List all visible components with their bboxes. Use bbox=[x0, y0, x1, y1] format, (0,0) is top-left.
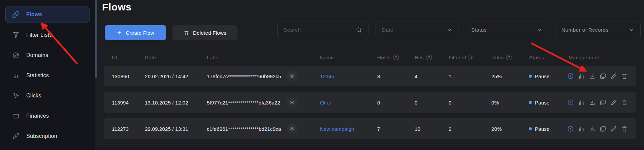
chevron-down-icon bbox=[537, 27, 542, 33]
status-badge: Pause bbox=[529, 73, 550, 79]
flow-name-link[interactable]: Offer bbox=[320, 99, 331, 105]
funnel-icon bbox=[12, 31, 20, 39]
rocket-icon bbox=[12, 132, 20, 140]
cell-id: 112273 bbox=[112, 126, 129, 131]
link-icon bbox=[12, 11, 20, 18]
cell-id: 113994 bbox=[112, 99, 129, 105]
flow-name-link[interactable]: 12345 bbox=[320, 73, 334, 79]
create-flow-button[interactable]: Create Flow bbox=[105, 25, 166, 40]
play-icon[interactable] bbox=[567, 125, 574, 132]
column-header-management: Management bbox=[569, 53, 599, 62]
cell-hits: 4 bbox=[415, 73, 418, 79]
status-badge: Pause bbox=[529, 126, 550, 131]
search-icon[interactable] bbox=[356, 27, 362, 33]
download-icon[interactable] bbox=[589, 99, 595, 106]
cell-date: 29.09.2025 / 13:31 bbox=[145, 126, 188, 131]
sidebar-item-clicks[interactable]: Clicks bbox=[0, 87, 95, 104]
cell-date: 20.02.2026 / 14:42 bbox=[145, 73, 188, 79]
management-actions bbox=[567, 73, 628, 80]
edit-icon[interactable] bbox=[610, 125, 617, 132]
number-of-records-dropdown[interactable]: Number of Records bbox=[555, 22, 641, 38]
table-header: ID Date Label Name Hosts ? Hits ? Filter… bbox=[104, 53, 636, 62]
status-label: Pause bbox=[535, 126, 550, 131]
help-icon[interactable]: ? bbox=[506, 55, 512, 60]
column-header-date: Date bbox=[145, 53, 156, 62]
deleted-flows-label: Deleted Flows bbox=[193, 30, 226, 36]
cell-hosts: 0 bbox=[377, 99, 380, 105]
table-row: 112273 29.09.2025 / 13:31 c1fe6961******… bbox=[104, 118, 636, 139]
deleted-flows-button[interactable]: Deleted Flows bbox=[172, 25, 237, 40]
bar-chart-icon bbox=[12, 72, 20, 79]
status-badge: Pause bbox=[529, 99, 550, 105]
download-icon[interactable] bbox=[589, 73, 595, 80]
sidebar-item-label: Filter Lists bbox=[26, 32, 52, 38]
column-header-filtered: Filtered ? bbox=[449, 53, 474, 62]
management-actions bbox=[567, 125, 628, 132]
sidebar-item-finances[interactable]: Finances bbox=[0, 108, 95, 124]
reveal-label-button[interactable] bbox=[287, 71, 297, 82]
sidebar-scrollbar[interactable] bbox=[95, 0, 97, 78]
help-icon[interactable]: ? bbox=[393, 55, 399, 60]
management-actions bbox=[567, 99, 628, 106]
help-icon[interactable]: ? bbox=[469, 55, 474, 60]
trash-icon[interactable] bbox=[621, 73, 628, 80]
sidebar-item-label: Subscription bbox=[26, 133, 57, 139]
play-icon[interactable] bbox=[567, 73, 574, 80]
status-dot-icon bbox=[529, 127, 532, 130]
number-of-records-label: Number of Records bbox=[561, 27, 629, 33]
statistics-icon[interactable] bbox=[578, 99, 585, 106]
statistics-icon[interactable] bbox=[578, 73, 585, 80]
column-header-label: Label bbox=[207, 53, 220, 62]
reveal-label-button[interactable] bbox=[287, 97, 297, 108]
sidebar-item-statistics[interactable]: Statistics bbox=[0, 67, 95, 84]
table-row: 130860 20.02.2026 / 14:42 17efcb7c******… bbox=[104, 66, 636, 86]
copy-icon[interactable] bbox=[600, 73, 606, 80]
copy-icon[interactable] bbox=[600, 125, 606, 132]
page-title: Flows bbox=[102, 1, 132, 13]
cursor-icon bbox=[12, 92, 20, 99]
column-header-hosts: Hosts ? bbox=[377, 53, 399, 62]
cell-id: 130860 bbox=[112, 73, 129, 79]
sidebar-item-filter-lists[interactable]: Filter Lists bbox=[0, 27, 95, 43]
statistics-icon[interactable] bbox=[578, 125, 585, 132]
flow-name-link[interactable]: New campaign bbox=[320, 126, 354, 131]
cell-hosts: 7 bbox=[377, 126, 380, 131]
status-filter-dropdown[interactable]: Status bbox=[465, 22, 548, 38]
status-filter-label: Status bbox=[471, 27, 537, 33]
cell-ratio: 25% bbox=[491, 73, 502, 79]
chevron-down-icon bbox=[629, 27, 634, 33]
sidebar-item-label: Clicks bbox=[26, 93, 41, 99]
trash-icon[interactable] bbox=[621, 125, 628, 132]
cell-ratio: 0% bbox=[491, 99, 499, 105]
cell-filtered: 0 bbox=[449, 99, 452, 105]
search-box[interactable] bbox=[277, 22, 368, 38]
date-filter-dropdown[interactable]: Date bbox=[376, 22, 458, 38]
trash-icon bbox=[184, 30, 189, 36]
credit-card-icon bbox=[12, 112, 20, 120]
cell-label: c1fe6961***************bd21c9ca bbox=[207, 126, 281, 131]
sidebar-item-flows[interactable]: Flows bbox=[5, 6, 90, 23]
sidebar-item-label: Domains bbox=[26, 52, 48, 58]
cell-hosts: 3 bbox=[377, 73, 380, 79]
copy-icon[interactable] bbox=[600, 99, 606, 106]
column-header-hits: Hits ? bbox=[415, 53, 432, 62]
sidebar-item-subscription[interactable]: Subscription bbox=[0, 128, 95, 145]
sidebar-item-label: Finances bbox=[26, 113, 49, 119]
cell-hits: 10 bbox=[415, 126, 420, 131]
edit-icon[interactable] bbox=[610, 73, 617, 80]
status-label: Pause bbox=[535, 73, 550, 79]
edit-icon[interactable] bbox=[610, 99, 617, 106]
eye-icon bbox=[289, 73, 295, 79]
search-input[interactable] bbox=[284, 27, 356, 33]
cell-hits: 0 bbox=[415, 99, 418, 105]
cell-filtered: 2 bbox=[449, 126, 452, 131]
reveal-label-button[interactable] bbox=[287, 123, 297, 134]
help-icon[interactable]: ? bbox=[426, 55, 432, 60]
download-icon[interactable] bbox=[589, 125, 595, 132]
globe-icon bbox=[12, 52, 20, 59]
trash-icon[interactable] bbox=[621, 99, 628, 106]
cell-filtered: 1 bbox=[449, 73, 452, 79]
sidebar-item-domains[interactable]: Domains bbox=[0, 47, 95, 64]
play-icon[interactable] bbox=[567, 99, 574, 106]
date-filter-label: Date bbox=[382, 27, 447, 33]
